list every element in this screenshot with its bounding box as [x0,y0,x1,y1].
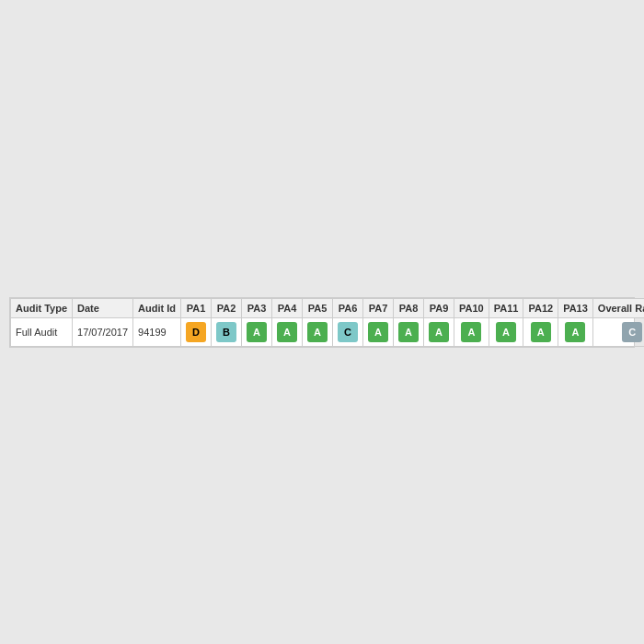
col-header-pa12: PA12 [523,298,558,317]
col-header-pa8: PA8 [394,298,424,317]
badge-overall-rating: C [622,322,642,342]
cell-date: 17/07/2017 [73,317,133,346]
col-header-pa6: PA6 [333,298,363,317]
audit-table: Audit Type Date Audit Id PA1 PA2 PA3 PA4… [10,298,644,347]
badge-pa2: B [216,322,236,342]
cell-pa8: A [394,317,424,346]
cell-pa11: A [489,317,523,346]
badge-pa3: A [247,322,267,342]
cell-pa9: A [424,317,454,346]
badge-pa7: A [368,322,388,342]
badge-pa8: A [398,322,419,342]
col-header-pa2: PA2 [212,298,242,317]
badge-pa13: A [565,322,585,342]
col-header-pa13: PA13 [558,298,593,317]
cell-pa2: B [212,317,242,346]
col-header-pa3: PA3 [242,298,272,317]
badge-pa11: A [496,322,516,342]
cell-pa3: A [242,317,272,346]
cell-pa12: A [523,317,558,346]
cell-pa5: A [303,317,333,346]
col-header-pa10: PA10 [454,298,489,317]
col-header-pa11: PA11 [489,298,523,317]
cell-pa7: A [363,317,394,346]
cell-overall-rating: C [592,317,644,346]
badge-pa9: A [429,322,449,342]
badge-pa4: A [277,322,297,342]
table-row: Full Audit 17/07/2017 94199 D B A A A [11,317,645,346]
col-header-pa9: PA9 [424,298,454,317]
cell-pa13: A [558,317,593,346]
badge-pa12: A [531,322,551,342]
cell-pa4: A [272,317,303,346]
badge-pa10: A [461,322,481,342]
badge-pa1: D [186,322,206,342]
col-header-overall-rating: Overall Rating [592,298,644,317]
col-header-pa7: PA7 [363,298,394,317]
cell-pa1: D [181,317,212,346]
cell-pa10: A [454,317,489,346]
col-header-audit-id: Audit Id [133,298,181,317]
col-header-pa1: PA1 [181,298,212,317]
cell-pa6: C [333,317,363,346]
badge-pa5: A [307,322,328,342]
audit-table-container: Audit Type Date Audit Id PA1 PA2 PA3 PA4… [9,297,635,348]
col-header-pa4: PA4 [272,298,303,317]
cell-audit-type: Full Audit [11,317,73,346]
col-header-pa5: PA5 [303,298,333,317]
badge-pa6: C [338,322,358,342]
cell-audit-id: 94199 [133,317,181,346]
col-header-date: Date [73,298,133,317]
col-header-audit-type: Audit Type [11,298,73,317]
table-header-row: Audit Type Date Audit Id PA1 PA2 PA3 PA4… [11,298,645,317]
